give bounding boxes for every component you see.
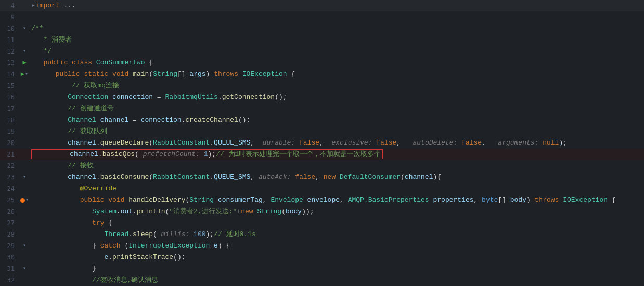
line-number: 26 [0, 206, 19, 217]
line-gutter [19, 34, 30, 46]
line-number: 10 [0, 23, 19, 34]
fold-icon[interactable]: ▾ [25, 194, 29, 206]
line-number: 30 [0, 252, 19, 263]
line-gutter [19, 11, 30, 23]
code-line: 17 // 创建通道号 [0, 103, 644, 114]
line-number: 13 [0, 57, 19, 69]
line-gutter [19, 114, 30, 126]
line-number: 32 [0, 275, 19, 286]
line-content: * 消费者 [30, 34, 644, 46]
line-number: 21 [0, 149, 19, 160]
line-content: } catch (InterruptedException e) { [30, 240, 644, 252]
code-line: 19 // 获取队列 [0, 126, 644, 137]
line-gutter [19, 229, 30, 240]
fold-icon[interactable]: ▾ [23, 263, 26, 275]
line-number: 11 [0, 34, 19, 46]
code-line: 27 try { [0, 217, 644, 229]
code-line: 9 [0, 11, 644, 23]
line-number: 14 [0, 69, 19, 80]
code-line: 18 Channel channel = connection.createCh… [0, 114, 644, 126]
arrow-icon: ▶ [21, 69, 24, 80]
code-line: 25▾ public void handleDelivery(String co… [0, 194, 644, 206]
line-content: //签收消息,确认消息 [30, 275, 644, 286]
line-number: 31 [0, 263, 19, 275]
fold-icon[interactable]: ▾ [23, 172, 26, 183]
line-gutter: ▾ [19, 194, 30, 206]
line-content: channel.queueDeclare(RabbitConstant.QUEU… [30, 137, 644, 149]
line-gutter: ▾ [19, 46, 30, 57]
code-line: 23▾ channel.basicConsume(RabbitConstant.… [0, 172, 644, 183]
fold-icon[interactable]: ▾ [23, 240, 26, 252]
line-gutter [19, 252, 30, 263]
line-content: Thread.sleep( millis: 100);// 延时0.1s [30, 229, 644, 240]
fold-icon[interactable]: ▾ [23, 46, 26, 57]
line-gutter [19, 103, 30, 114]
line-content: Connection connection = RabbitmqUtils.ge… [30, 92, 644, 103]
arrow-icon: ▶ [22, 57, 26, 69]
line-gutter [19, 217, 30, 229]
line-number: 22 [0, 160, 19, 172]
line-number: 27 [0, 217, 19, 229]
line-content: e.printStackTrace(); [30, 252, 644, 263]
line-gutter: ▾ [19, 240, 30, 252]
code-line: 12▾ */ [0, 46, 644, 57]
line-gutter [19, 126, 30, 137]
line-gutter [19, 160, 30, 172]
line-content: Channel channel = connection.createChann… [30, 114, 644, 126]
line-content: channel.basicConsume(RabbitConstant.QUEU… [30, 172, 644, 183]
line-content: ▸import ... [30, 0, 644, 11]
line-number: 25 [0, 194, 19, 206]
line-gutter: ▶▾ [19, 69, 30, 80]
line-gutter: ▶ [19, 57, 30, 69]
line-gutter [19, 137, 30, 149]
line-number: 15 [0, 80, 19, 92]
line-content: */ [30, 46, 644, 57]
line-content: public static void main(String[] args) t… [30, 69, 644, 80]
code-line: 31▾ } [0, 263, 644, 275]
code-line: 28 Thread.sleep( millis: 100);// 延时0.1s [0, 229, 644, 240]
code-line: 24 @Override [0, 183, 644, 194]
code-line: 29▾ } catch (InterruptedException e) { [0, 240, 644, 252]
line-gutter [19, 206, 30, 217]
line-number: 16 [0, 92, 19, 103]
line-content: public void handleDelivery(String consum… [30, 194, 644, 206]
line-content: System.out.println("消费者2,进行发送:"+new Stri… [30, 206, 644, 217]
code-line: 4 ▸import ... [0, 0, 644, 11]
line-content: /** [30, 23, 644, 34]
line-number: 9 [0, 11, 19, 23]
code-line: 26 System.out.println("消费者2,进行发送:"+new S… [0, 206, 644, 217]
line-content: // 获取mq连接 [30, 80, 644, 92]
code-line: 22 // 接收 [0, 160, 644, 172]
fold-icon[interactable]: ▾ [25, 69, 28, 80]
line-gutter: ▾ [19, 23, 30, 34]
line-gutter [19, 149, 30, 160]
line-content: // 接收 [30, 160, 644, 172]
line-number: 29 [0, 240, 19, 252]
line-content: @Override [30, 183, 644, 194]
code-line: 10▾/** [0, 23, 644, 34]
line-gutter: ▾ [19, 263, 30, 275]
highlight-wrapper: channel.basicQos( prefetchCount: 1);// 为… [31, 149, 383, 159]
line-number: 24 [0, 183, 19, 194]
line-content: } [30, 263, 644, 275]
line-content: // 获取队列 [30, 126, 644, 137]
breakpoint-icon [20, 198, 25, 203]
fold-icon[interactable]: ▾ [23, 23, 26, 34]
line-number: 18 [0, 114, 19, 126]
line-gutter: ▾ [19, 172, 30, 183]
code-editor: 4 ▸import ...9 10▾/**11 * 消费者12▾ */13▶ p… [0, 0, 644, 286]
line-number: 23 [0, 172, 19, 183]
code-line: 15 // 获取mq连接 [0, 80, 644, 92]
code-line: 13▶ public class ConSummerTwo { [0, 57, 644, 69]
line-gutter [19, 80, 30, 92]
line-number: 28 [0, 229, 19, 240]
line-number: 20 [0, 137, 19, 149]
line-gutter [19, 183, 30, 194]
code-line: 32 //签收消息,确认消息 [0, 275, 644, 286]
code-line: 21 channel.basicQos( prefetchCount: 1);/… [0, 149, 644, 160]
code-line: 14▶▾ public static void main(String[] ar… [0, 69, 644, 80]
code-line: 20 channel.queueDeclare(RabbitConstant.Q… [0, 137, 644, 149]
line-gutter [19, 0, 30, 11]
line-number: 17 [0, 103, 19, 114]
line-content: public class ConSummerTwo { [30, 57, 644, 69]
